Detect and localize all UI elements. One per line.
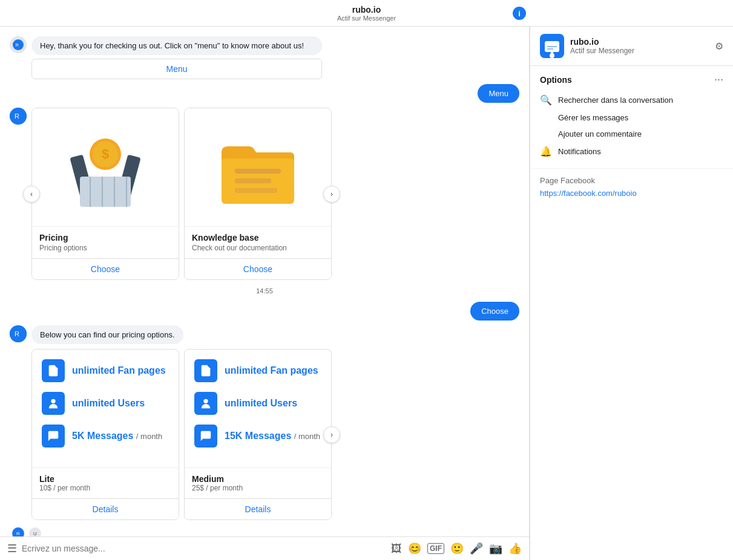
bottom-avatar-1: R bbox=[12, 527, 24, 536]
greeting-text: Hey, thank you for checking us out. Clic… bbox=[31, 36, 322, 55]
details-btn-medium[interactable]: Details bbox=[185, 498, 331, 519]
svg-text:R: R bbox=[16, 42, 19, 48]
option-comment-label: Ajouter un commentaire bbox=[558, 129, 642, 138]
user-choose-btn[interactable]: Choose bbox=[470, 302, 519, 321]
option-search[interactable]: 🔍 Rechercher dans la conversation bbox=[540, 91, 723, 109]
bot-message-1: R Hey, thank you for checking us out. Cl… bbox=[10, 36, 519, 79]
svg-text:R: R bbox=[15, 112, 19, 120]
like-btn[interactable]: 👍 bbox=[508, 542, 522, 555]
feature-fan-pages-lite: unlimited Fan pages bbox=[42, 359, 169, 382]
users-text-lite: unlimited Users bbox=[72, 398, 145, 409]
feature-users-medium: unlimited Users bbox=[194, 392, 321, 415]
option-notifications-label: Notifications bbox=[558, 147, 601, 156]
knowledge-card: Knowledge base Check out our documentati… bbox=[184, 108, 332, 280]
sidebar: rubo.io Actif sur Messenger ⚙ Options ··… bbox=[530, 27, 733, 560]
feature-fan-pages-medium: unlimited Fan pages bbox=[194, 359, 321, 382]
info-icon[interactable]: i bbox=[513, 7, 526, 20]
page-title: rubo.io bbox=[352, 5, 381, 15]
hamburger-menu-btn[interactable]: ☰ bbox=[7, 542, 17, 555]
choose-button-pricing[interactable]: Choose bbox=[32, 258, 179, 279]
page-facebook-section: Page Facebook https://facebook.com/ruboi… bbox=[530, 169, 733, 206]
card-title-pricing: Pricing bbox=[39, 233, 171, 243]
feature-users-lite: unlimited Users bbox=[42, 392, 169, 415]
svg-rect-16 bbox=[235, 169, 281, 174]
timestamp: 14:55 bbox=[10, 287, 519, 295]
options-more-btn[interactable]: ··· bbox=[714, 73, 723, 86]
plan-lite: unlimited Fan pages unlimited Users bbox=[31, 349, 179, 520]
bot-avatar: R bbox=[10, 36, 27, 53]
bot-avatar-2: R bbox=[10, 108, 27, 125]
pricing-carousel-right-arrow[interactable]: › bbox=[323, 426, 340, 443]
search-icon: 🔍 bbox=[540, 94, 552, 106]
svg-text:R: R bbox=[15, 330, 19, 337]
choose-button-kb[interactable]: Choose bbox=[185, 258, 331, 279]
plan-medium: unlimited Fan pages unlimited Users bbox=[184, 349, 332, 520]
svg-rect-26 bbox=[547, 48, 553, 50]
camera-btn[interactable]: 📷 bbox=[489, 542, 502, 555]
carousel-left-arrow[interactable]: ‹ bbox=[23, 186, 40, 203]
svg-rect-25 bbox=[547, 46, 557, 47]
svg-rect-18 bbox=[235, 188, 277, 193]
svg-point-21 bbox=[51, 399, 55, 403]
bot-avatar-3: R bbox=[10, 325, 27, 342]
message-input[interactable] bbox=[22, 544, 386, 553]
plan-name-lite: Lite bbox=[39, 474, 171, 484]
carousel-1: R ‹ bbox=[10, 108, 519, 280]
chat-input-bar: ☰ 🖼 😊 GIF 🙂 🎤 📷 👍 bbox=[0, 536, 529, 560]
plan-name-medium: Medium bbox=[192, 474, 324, 484]
carousel-right-arrow[interactable]: › bbox=[323, 186, 340, 203]
option-search-label: Rechercher dans la conversation bbox=[558, 96, 673, 105]
menu-button-bot[interactable]: Menu bbox=[31, 59, 322, 79]
messages-text-medium: 15K Messages / month bbox=[225, 431, 320, 441]
svg-text:$: $ bbox=[102, 146, 109, 161]
pricing-carousel: unlimited Fan pages unlimited Users bbox=[10, 349, 519, 520]
sidebar-avatar bbox=[540, 34, 564, 58]
option-manage-label: Gérer les messages bbox=[558, 113, 628, 122]
sidebar-header: rubo.io Actif sur Messenger ⚙ bbox=[530, 27, 733, 66]
bottom-avatar-2: U bbox=[29, 527, 41, 536]
card-title-kb: Knowledge base bbox=[192, 233, 324, 243]
plan-price-medium: 25$ / per month bbox=[192, 484, 324, 492]
sidebar-name: rubo.io bbox=[570, 37, 634, 47]
fan-pages-text-medium: unlimited Fan pages bbox=[225, 365, 318, 376]
plan-price-lite: 10$ / per month bbox=[39, 484, 171, 492]
gif-btn[interactable]: GIF bbox=[427, 543, 444, 554]
fan-pages-text-lite: unlimited Fan pages bbox=[72, 365, 166, 376]
sidebar-status: Actif sur Messenger bbox=[570, 47, 634, 55]
options-section: Options ··· 🔍 Rechercher dans la convers… bbox=[530, 66, 733, 169]
svg-rect-17 bbox=[235, 178, 271, 183]
mic-btn[interactable]: 🎤 bbox=[470, 542, 483, 555]
sidebar-gear-btn[interactable]: ⚙ bbox=[715, 41, 723, 52]
card-desc-kb: Check out our documentation bbox=[192, 244, 324, 252]
svg-point-22 bbox=[203, 399, 208, 403]
feature-messages-medium: 15K Messages / month bbox=[194, 425, 321, 448]
svg-rect-28 bbox=[551, 52, 553, 56]
messages-text-lite: 5K Messages / month bbox=[72, 431, 162, 441]
page-subtitle: Actif sur Messenger bbox=[337, 15, 396, 22]
page-facebook-title: Page Facebook bbox=[540, 176, 723, 185]
feature-messages-lite: 5K Messages / month bbox=[42, 425, 169, 448]
image-btn[interactable]: 🖼 bbox=[391, 542, 402, 555]
pricing-card: $ Pricing Pricing options Choose bbox=[31, 108, 179, 280]
option-manage[interactable]: Gérer les messages bbox=[540, 109, 723, 126]
bell-icon: 🔔 bbox=[540, 146, 552, 157]
pricing-intro-text: Below you can find our pricing options. bbox=[31, 325, 183, 344]
svg-rect-6 bbox=[80, 177, 131, 207]
details-btn-lite[interactable]: Details bbox=[32, 498, 179, 519]
option-notifications[interactable]: 🔔 Notifications bbox=[540, 142, 723, 161]
sticker-btn[interactable]: 😊 bbox=[408, 542, 421, 555]
options-title: Options bbox=[540, 75, 572, 85]
option-comment[interactable]: Ajouter un commentaire bbox=[540, 126, 723, 142]
emoji-btn[interactable]: 🙂 bbox=[450, 542, 464, 555]
page-facebook-link[interactable]: https://facebook.com/ruboio bbox=[540, 189, 637, 198]
user-message-menu: Menu bbox=[10, 84, 519, 103]
card-desc-pricing: Pricing options bbox=[39, 244, 171, 252]
users-text-medium: unlimited Users bbox=[225, 398, 297, 409]
user-menu-btn[interactable]: Menu bbox=[478, 84, 519, 103]
